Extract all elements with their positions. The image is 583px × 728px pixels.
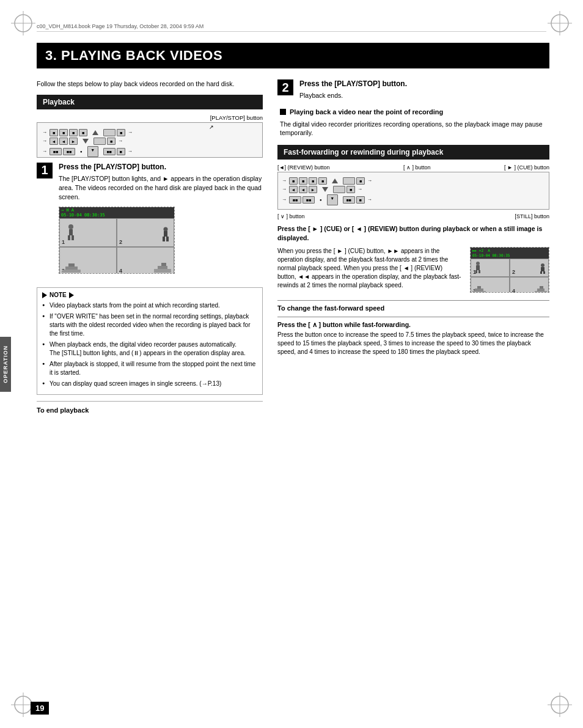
quad-screen-ff: ►► ×2 A05-10-04 08:30:35 1 bbox=[470, 247, 549, 293]
step-1-number: 1 bbox=[37, 163, 53, 178]
note-item-3: When playback ends, the digital video re… bbox=[42, 340, 257, 358]
svg-rect-32 bbox=[540, 271, 542, 274]
note-header: NOTE bbox=[42, 292, 257, 298]
near-recording-header: Playing back a video near the point of r… bbox=[280, 108, 549, 116]
quad-cell-1: 1 bbox=[59, 218, 117, 247]
speed-desc: Press the button once to increase the sp… bbox=[277, 331, 549, 356]
step-2-content: Press the [PLAY/STOP] button. Playback e… bbox=[299, 79, 549, 100]
step-2-number: 2 bbox=[277, 79, 293, 95]
svg-rect-35 bbox=[475, 289, 483, 291]
svg-rect-34 bbox=[472, 291, 486, 293]
side-tab-operation: OPERATION bbox=[0, 337, 11, 392]
quad-screen-step1: → H A 05-10-04 08:30:35 1 bbox=[59, 207, 175, 274]
svg-rect-18 bbox=[163, 237, 165, 241]
note-block: NOTE Video playback starts from the poin… bbox=[37, 287, 263, 395]
step-2-body: Playback ends. bbox=[299, 91, 549, 100]
quad-timestamp: → H A 05-10-04 08:30:35 bbox=[59, 207, 174, 218]
ff-quad-cell-1: 1 bbox=[471, 259, 510, 278]
quad-cell-4: 4 bbox=[117, 247, 174, 274]
note-triangle-icon bbox=[42, 292, 47, 298]
step-1-title: Press the [PLAY/STOP] button. bbox=[59, 163, 263, 171]
note-item-4: After playback is stopped, it will resum… bbox=[42, 360, 257, 377]
svg-rect-22 bbox=[68, 263, 75, 267]
svg-rect-21 bbox=[65, 267, 78, 270]
svg-rect-15 bbox=[72, 235, 74, 240]
file-info: c00_VDH_M814.book Page 19 Thursday, Octo… bbox=[37, 23, 546, 32]
svg-rect-23 bbox=[154, 269, 171, 273]
ff-quad-cell-3: 3 bbox=[471, 277, 510, 293]
svg-rect-36 bbox=[477, 286, 481, 289]
ff-quad-cell-2: 2 bbox=[510, 259, 549, 278]
note-triangle-icon-2 bbox=[69, 292, 74, 298]
corner-decoration-tl bbox=[11, 11, 35, 35]
ff-section-header: Fast-forwarding or rewinding during play… bbox=[277, 145, 549, 160]
up-label: [ ∧ ] button bbox=[403, 164, 431, 171]
down-label: [ ∨ ] button bbox=[277, 213, 305, 219]
ff-button-labels-top: [◄] (REVIEW) button [ ∧ ] button [ ► ] (… bbox=[277, 164, 549, 171]
step-1-block: 1 Press the [PLAY/STOP] button. The [PLA… bbox=[37, 163, 263, 281]
ff-quad-timestamp: ►► ×2 A05-10-04 08:30:35 bbox=[471, 248, 549, 259]
play-stop-button-label: [PLAY/STOP] button bbox=[37, 114, 263, 121]
svg-rect-19 bbox=[166, 237, 169, 241]
intro-text: Follow the steps below to play back vide… bbox=[37, 79, 263, 89]
svg-rect-24 bbox=[158, 266, 167, 269]
quad-cell-2: 2 bbox=[117, 218, 174, 247]
note-item-5: You can display quad screen images in si… bbox=[42, 380, 257, 388]
ff-button-labels-bottom: [ ∨ ] button [STILL] button bbox=[277, 213, 549, 219]
svg-point-16 bbox=[164, 227, 168, 232]
change-speed-label: To change the fast-forward speed bbox=[277, 304, 549, 312]
svg-rect-14 bbox=[68, 235, 70, 240]
divider-ff bbox=[277, 300, 549, 301]
near-recording-title: Playing back a video near the point of r… bbox=[290, 108, 443, 116]
near-recording-section: Playing back a video near the point of r… bbox=[277, 108, 549, 138]
svg-rect-20 bbox=[62, 270, 81, 273]
step-1-body: The [PLAY/STOP] button lights, and ► app… bbox=[59, 174, 263, 202]
svg-rect-27 bbox=[476, 265, 480, 270]
near-recording-body: The digital video recorder prioritizes r… bbox=[280, 120, 549, 138]
review-label: [◄] (REVIEW) button bbox=[277, 164, 329, 171]
svg-rect-31 bbox=[541, 267, 544, 271]
ff-instruction-bold: Press the [ ► ] (CUE) or [ ◄ ] (REVIEW) … bbox=[277, 224, 549, 242]
svg-rect-39 bbox=[540, 286, 543, 289]
ff-button-diagram: → ■■■■ ■ → → ◄◄► ■ → bbox=[277, 172, 549, 210]
divider-speed bbox=[277, 317, 549, 317]
playback-button-diagram: → ■■■■ ■ → → ◄◄► bbox=[37, 122, 263, 158]
chapter-title: 3. PLAYING BACK VIDEOS bbox=[37, 43, 549, 68]
ff-text: When you press the [ ► ] (CUE) button, ►… bbox=[277, 247, 463, 290]
columns-layout: Follow the steps below to play back vide… bbox=[37, 79, 549, 414]
left-column: Follow the steps below to play back vide… bbox=[37, 79, 263, 414]
step-2-block: 2 Press the [PLAY/STOP] button. Playback… bbox=[277, 79, 549, 100]
quad-grid: 1 2 bbox=[59, 218, 174, 274]
ff-quad-grid: 1 2 bbox=[471, 259, 549, 293]
corner-decoration-br bbox=[548, 693, 572, 717]
svg-rect-25 bbox=[161, 263, 166, 266]
note-item-2: If "OVER WRITE" has been set in the norm… bbox=[42, 312, 257, 338]
press-up-bold: Press the [ ∧ ] button while fast-forwar… bbox=[277, 321, 549, 328]
main-content: 3. PLAYING BACK VIDEOS Follow the steps … bbox=[37, 43, 549, 691]
step-1-content: Press the [PLAY/STOP] button. The [PLAY/… bbox=[59, 163, 263, 281]
svg-point-26 bbox=[476, 262, 480, 265]
cue-label: [ ► ] (CUE) button bbox=[504, 164, 549, 171]
ff-quad-cell-4: 4 bbox=[510, 277, 549, 293]
right-column: 2 Press the [PLAY/STOP] button. Playback… bbox=[277, 79, 549, 414]
svg-rect-17 bbox=[164, 231, 167, 237]
svg-rect-28 bbox=[475, 270, 477, 273]
svg-rect-38 bbox=[537, 289, 544, 291]
divider-1 bbox=[37, 401, 263, 402]
black-square-icon bbox=[280, 109, 286, 115]
corner-decoration-tr bbox=[548, 11, 572, 35]
svg-rect-33 bbox=[543, 271, 545, 274]
playback-section-header: Playback bbox=[37, 95, 263, 109]
playback-button-diagram-container: [PLAY/STOP] button → ■■■■ ■ → bbox=[37, 114, 263, 158]
svg-point-30 bbox=[541, 263, 544, 267]
page-number: 19 bbox=[31, 702, 49, 715]
svg-rect-37 bbox=[535, 291, 547, 293]
quad-cell-3: 3 bbox=[59, 247, 117, 274]
svg-rect-13 bbox=[69, 229, 73, 235]
note-item-1: Video playback starts from the point at … bbox=[42, 301, 257, 310]
play-stop-arrow: ↗ bbox=[209, 124, 214, 130]
svg-rect-29 bbox=[479, 270, 480, 273]
still-label: [STILL] button bbox=[515, 213, 549, 219]
step-2-title: Press the [PLAY/STOP] button. bbox=[299, 79, 549, 88]
svg-point-12 bbox=[68, 224, 73, 229]
